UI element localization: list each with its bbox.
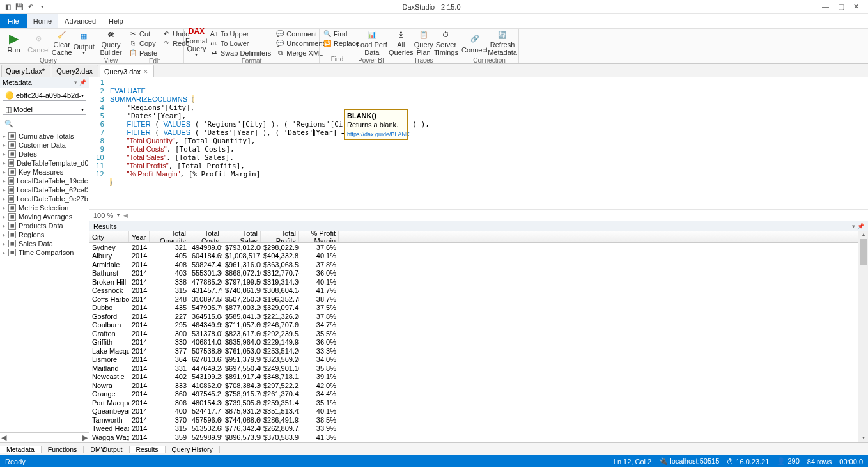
save-icon[interactable]: 💾 [14, 2, 24, 12]
table-item[interactable]: ▸▦Key Measures [1, 168, 88, 176]
undo-icon[interactable]: ↶ [26, 2, 36, 12]
menu-help[interactable]: Help [102, 14, 130, 28]
maximize-button[interactable]: ▢ [838, 3, 844, 11]
bottom-tab-metadata[interactable]: Metadata [0, 446, 42, 453]
table-item[interactable]: ▸▦Metric Selection [1, 203, 88, 212]
menu-file[interactable]: File [0, 14, 27, 28]
scroll-right-icon[interactable]: ▶ [82, 433, 88, 442]
table-row[interactable]: Bathurst2014403555301.36$868,072.10$312,… [89, 269, 858, 278]
to-upper-button[interactable]: A↑To Upper [210, 29, 271, 38]
menu-advanced[interactable]: Advanced [58, 14, 102, 28]
table-row[interactable]: Cessnock2014315431457.756$740,061.90$308… [89, 286, 858, 295]
table-row[interactable]: Albury2014405604184.694$1,008,517.50$404… [89, 252, 858, 261]
table-row[interactable]: Wollongong2014279365827.102$572,320.70$2… [89, 442, 858, 443]
table-item[interactable]: ▸▦Customer Data [1, 141, 88, 150]
zoom-level[interactable]: 100 % [93, 212, 113, 219]
bottom-tab-functions[interactable]: Functions [42, 446, 84, 453]
refresh-metadata-button[interactable]: 🔄Refresh Metadata [488, 29, 517, 56]
table-item[interactable]: ▸▦Products Data [1, 221, 88, 230]
column-header[interactable]: Total Sales [222, 231, 261, 242]
all-queries-button[interactable]: 🗄All Queries [389, 29, 414, 56]
table-row[interactable]: Goulburn2014295464349.999$711,057.60$246… [89, 321, 858, 330]
column-header[interactable]: Total Costs [189, 231, 222, 242]
format-query-button[interactable]: DAXFormat Query▾ [185, 29, 208, 56]
column-header[interactable]: Total Profits [261, 231, 299, 242]
find-button[interactable]: 🔍Find [323, 29, 359, 38]
minimize-button[interactable]: — [822, 3, 829, 11]
scroll-left-icon[interactable]: ◀ [1, 433, 6, 442]
merge-xml-button[interactable]: ⧉Merge XML [276, 49, 324, 57]
output-button[interactable]: ▦Output▾ [73, 29, 95, 56]
expand-icon: ▸ [3, 240, 6, 247]
bottom-tab-results[interactable]: Results [130, 446, 166, 453]
bottom-tab-output[interactable]: Output [96, 446, 130, 453]
results-panel-controls[interactable]: ▾ 📌 [852, 223, 864, 230]
metadata-search[interactable]: 🔍 [3, 118, 86, 129]
close-button[interactable]: ✕ [853, 3, 859, 11]
table-row[interactable]: Maitland2014331447649.244$697,550.40$249… [89, 364, 858, 373]
tooltip-link[interactable]: https://dax.guide/BLANK [347, 131, 410, 137]
run-button[interactable]: ▶Run [1, 29, 26, 56]
table-item[interactable]: ▸▦Sales Data [1, 239, 88, 248]
table-row[interactable]: Queanbeyan2014400524417.777$875,931.20$3… [89, 407, 858, 416]
query-builder-button[interactable]: 🛠Query Builder [98, 29, 123, 56]
table-item[interactable]: ▸▦Time Comparison [1, 248, 88, 257]
table-row[interactable]: Griffith2014330406814.017$635,964.00$229… [89, 338, 858, 347]
table-row[interactable]: Sydney2014321494989.099$793,012.00$298,0… [89, 243, 858, 252]
table-row[interactable]: Armidale2014408598247.422$961,316.00$363… [89, 260, 858, 269]
column-header[interactable]: City [89, 231, 129, 242]
query-plan-button[interactable]: 📋Query Plan [414, 29, 434, 56]
table-item[interactable]: ▸▦LocalDateTable_19cdc2e1- [1, 176, 88, 185]
table-item[interactable]: ▸▦Cumulative Totals [1, 132, 88, 141]
table-row[interactable]: Lismore2014364627810.636$951,379.90$323,… [89, 355, 858, 364]
column-header[interactable]: % Profit Margin [299, 231, 339, 242]
cut-button[interactable]: ✂Cut [129, 29, 157, 38]
table-item[interactable]: ▸▦LocalDateTable_62cef255-0 [1, 185, 88, 194]
table-row[interactable]: Broken Hill2014338477885.205$797,199.50$… [89, 277, 858, 286]
copy-button[interactable]: ⎘Copy [129, 39, 157, 47]
table-row[interactable]: Dubbo2014435547905.766$877,003.20$329,09… [89, 304, 858, 313]
table-row[interactable]: Coffs Harbour2014248310897.554$507,250.3… [89, 295, 858, 304]
table-row[interactable]: Newcastle2014402543199.284$891,917.40$34… [89, 373, 858, 382]
cell: $961,316.00 [222, 261, 261, 269]
table-row[interactable]: Tweed Heads2014315513532.689$776,342.40$… [89, 425, 858, 433]
table-item[interactable]: ▸▦LocalDateTable_9c27bc4b- [1, 194, 88, 203]
tab-query2[interactable]: Query2.dax [52, 65, 98, 77]
model-selector[interactable]: ◫Model▾ [3, 104, 86, 115]
column-header[interactable]: Year [129, 231, 150, 242]
table-row[interactable]: Nowra2014333410862.09$708,384.30$297,522… [89, 381, 858, 390]
swap-delim-button[interactable]: ⇄Swap Delimiters [210, 49, 271, 57]
bottom-tab-history[interactable]: Query History [166, 446, 220, 453]
tab-query3[interactable]: Query3.dax✕ [100, 65, 154, 77]
table-item[interactable]: ▸▦Moving Averages [1, 212, 88, 221]
close-tab-icon[interactable]: ✕ [143, 68, 148, 75]
paste-button[interactable]: 📋Paste [129, 49, 157, 57]
table-item[interactable]: ▸▦DateTableTemplate_d095fb [1, 159, 88, 168]
to-lower-button[interactable]: a↓To Lower [210, 39, 271, 47]
column-header[interactable]: Total Quantity [150, 231, 189, 242]
qat-dropdown[interactable]: ▾ [37, 2, 47, 12]
table-item[interactable]: ▸▦Dates [1, 150, 88, 159]
replace-button[interactable]: 🔁Replace [323, 39, 359, 47]
database-selector[interactable]: 🟡ebffc284-a09b-4b2d-a1b8-▾ [3, 90, 86, 101]
tab-query1[interactable]: Query1.dax* [1, 65, 50, 77]
panel-controls[interactable]: ▾ 📌 [74, 79, 86, 86]
connect-button[interactable]: 🔗Connect [461, 29, 488, 56]
results-scrollbar[interactable]: ▴▾ [858, 231, 868, 442]
table-row[interactable]: Gosford2014227364515.041$585,841.30$221,… [89, 312, 858, 321]
clear-cache-button[interactable]: 🧹Clear Cache [51, 29, 73, 56]
code-editor[interactable]: EVALUATE SUMMARIZECOLUMNS ( 'Regions'[Ci… [107, 77, 868, 209]
table-row[interactable]: Grafton2014300531378.072$823,617.60$292,… [89, 329, 858, 338]
table-row[interactable]: Orange2014360497545.216$758,915.70$261,3… [89, 390, 858, 399]
server-timings-button[interactable]: ⏱Server Timings [434, 29, 458, 56]
table-row[interactable]: Port Macquarie2014306480154.361$739,505.… [89, 398, 858, 407]
cancel-button[interactable]: ⊘Cancel [26, 29, 51, 56]
load-perf-button[interactable]: 📊Load Perf Data [357, 29, 387, 56]
menu-home[interactable]: Home [27, 14, 58, 28]
uncomment-button[interactable]: 💬Uncomment [276, 39, 324, 47]
table-row[interactable]: Lake Macquarie2014377507538.802$761,053.… [89, 347, 858, 355]
table-item[interactable]: ▸▦Regions [1, 230, 88, 239]
comment-button[interactable]: 💬Comment [276, 29, 324, 38]
table-row[interactable]: Wagga Wagga2014359525989.999$896,573.90$… [89, 433, 858, 442]
table-row[interactable]: Tamworth2014370457596.667$744,088.60$286… [89, 416, 858, 425]
